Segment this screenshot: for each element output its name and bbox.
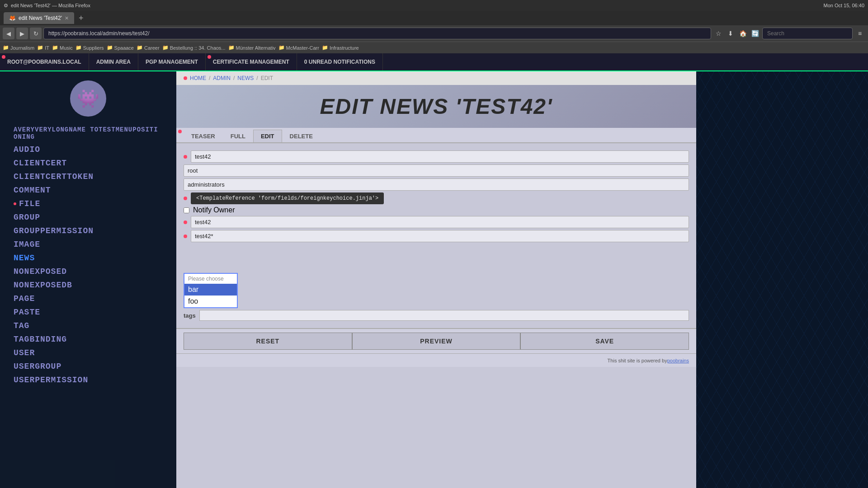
sidebar-menu-item[interactable]: PASTE	[9, 305, 167, 319]
breadcrumb-news[interactable]: NEWS	[237, 75, 254, 81]
bookmark-star-icon[interactable]: ☆	[713, 28, 724, 39]
slug-input[interactable]	[191, 216, 689, 228]
sidebar-menu-item[interactable]: NEWS	[9, 251, 167, 265]
sidebar-menu-item[interactable]: NONEXPOSED	[9, 265, 167, 278]
bookmark-item[interactable]: 📁Spaaace	[107, 45, 134, 51]
bookmark-item[interactable]: 📁Journalism	[3, 45, 34, 51]
sidebar-menu-item[interactable]: USERGROUP	[9, 360, 167, 373]
owner-input[interactable]	[184, 164, 689, 177]
sidebar-menu-item[interactable]: COMMENT	[9, 183, 167, 197]
form-tab-full[interactable]: FULL	[223, 130, 253, 142]
bookmark-label: Suppliers	[83, 45, 104, 51]
tags-input[interactable]	[199, 310, 689, 321]
sidebar-item-label: GROUPPERMISSION	[14, 226, 94, 235]
form-row-dropdown: Please choose bar foo	[184, 273, 689, 308]
admin-nav-item[interactable]: ADMIN AREA	[89, 53, 138, 70]
admin-nav-label: CERTIFICATE MANAGEMENT	[213, 59, 289, 65]
bookmark-item[interactable]: 📁Suppliers	[75, 45, 104, 51]
sidebar-menu-item[interactable]: TAG	[9, 319, 167, 333]
form-content: <TemplateReference 'form/fields/foreignk…	[176, 143, 696, 328]
dropdown-option-bar[interactable]: bar	[184, 284, 237, 296]
bookmark-folder-icon: 📁	[137, 45, 143, 51]
save-button[interactable]: SAVE	[520, 333, 689, 350]
bookmark-item[interactable]: 📁Münster Alternativ	[228, 45, 276, 51]
form-tab-delete[interactable]: DELETE	[282, 130, 321, 142]
dropdown-select[interactable]: Please choose bar foo	[184, 273, 238, 308]
menu-icon[interactable]: ≡	[854, 28, 865, 39]
search-input[interactable]	[762, 28, 853, 39]
group-input[interactable]	[184, 178, 689, 191]
footer-link[interactable]: poobrains	[667, 358, 689, 363]
admin-nav-item[interactable]: 0 UNREAD NOTIFICATIONS	[297, 53, 383, 70]
sidebar-menu: AVERYVERYLONGNAME TOTESTMENUPOSITI ONING…	[0, 124, 176, 387]
form-tab-edit[interactable]: EDIT	[253, 130, 282, 142]
admin-nav-label: ADMIN AREA	[96, 59, 131, 65]
breadcrumb-home[interactable]: HOME	[190, 75, 206, 81]
avatar-face: 👾	[77, 88, 99, 109]
bookmark-item[interactable]: 📁McMaster-Carr	[278, 45, 319, 51]
sync-icon[interactable]: 🔄	[750, 28, 760, 39]
sidebar-menu-item[interactable]: AUDIO	[9, 143, 167, 156]
bookmark-item[interactable]: 📁Career	[137, 45, 160, 51]
sidebar-menu-item[interactable]: AVERYVERYLONGNAME TOTESTMENUPOSITI ONING	[9, 124, 167, 143]
bookmark-label: Spaaace	[114, 45, 134, 51]
sidebar-item-label: TAG	[14, 321, 29, 330]
browser-tab-active[interactable]: 🦊 edit News 'Test42' ✕	[4, 12, 74, 24]
slug2-input[interactable]	[191, 230, 689, 242]
nav-icons: ☆ ⬇ 🏠 🔄	[713, 28, 760, 39]
url-bar[interactable]	[43, 28, 711, 39]
back-button[interactable]: ◀	[3, 28, 14, 39]
sidebar-menu-item[interactable]: CLIENTCERTTOKEN	[9, 170, 167, 183]
admin-nav-label: PGP MANAGEMENT	[146, 59, 198, 65]
form-dot-4	[184, 235, 187, 238]
sidebar-menu-item[interactable]: NONEXPOSEDB	[9, 278, 167, 292]
sidebar-menu-item[interactable]: FILE	[9, 197, 167, 211]
admin-nav-item[interactable]: CERTIFICATE MANAGEMENT	[206, 53, 297, 70]
footer-text: This shit site is powered by	[608, 358, 667, 363]
sidebar-menu-item[interactable]: TAGBINDING	[9, 333, 167, 346]
bookmark-item[interactable]: 📁Bestellung :: 34. Chaos...	[162, 45, 226, 51]
sidebar-menu-item[interactable]: GROUP	[9, 211, 167, 224]
bookmark-label: Infrastructure	[330, 45, 359, 51]
sidebar-menu-item[interactable]: PAGE	[9, 292, 167, 305]
sidebar-item-label: IMAGE	[14, 240, 40, 249]
bookmark-item[interactable]: 📁Music	[52, 45, 73, 51]
form-tab-teaser[interactable]: TEASER	[184, 130, 223, 142]
refresh-button[interactable]: ↻	[30, 28, 42, 39]
notify-owner-checkbox[interactable]	[184, 207, 189, 213]
admin-nav-item[interactable]: ROOT@POOBRAINS.LOCAL	[0, 53, 89, 70]
form-tabs: TEASERFULLEDITDELETE	[176, 128, 696, 143]
sidebar-menu-item[interactable]: CLIENTCERT	[9, 156, 167, 170]
sidebar-menu-item[interactable]: USER	[9, 346, 167, 360]
reset-button[interactable]: RESET	[184, 333, 352, 350]
sidebar-item-dot	[14, 202, 16, 205]
avatar: 👾	[70, 80, 106, 117]
bookmark-folder-icon: 📁	[37, 45, 43, 51]
sidebar-item-label: NONEXPOSED	[14, 267, 67, 276]
bookmark-item[interactable]: 📁Infrastructure	[322, 45, 359, 51]
breadcrumb-admin[interactable]: ADMIN	[213, 75, 231, 81]
download-icon[interactable]: ⬇	[725, 28, 736, 39]
sidebar-menu-item[interactable]: IMAGE	[9, 238, 167, 251]
forward-button[interactable]: ▶	[16, 28, 28, 39]
tab-close-button[interactable]: ✕	[65, 15, 69, 21]
admin-nav-item[interactable]: PGP MANAGEMENT	[138, 53, 206, 70]
form-spacer	[184, 244, 689, 271]
tooltip-box: <TemplateReference 'form/fields/foreignk…	[191, 192, 384, 204]
bookmark-label: Münster Alternativ	[236, 45, 276, 51]
bookmark-item[interactable]: 📁IT	[37, 45, 49, 51]
home-icon[interactable]: 🏠	[737, 28, 748, 39]
sidebar-menu-item[interactable]: GROUPPERMISSION	[9, 224, 167, 238]
dropdown-option-foo[interactable]: foo	[184, 296, 237, 307]
firefox-window: 🦊 edit News 'Test42' ✕ + ◀ ▶ ↻ ☆ ⬇ 🏠 🔄 ≡…	[0, 11, 868, 488]
bookmark-label: IT	[45, 45, 49, 51]
preview-button[interactable]: PREVIEW	[352, 333, 521, 350]
form-row-owner	[184, 164, 689, 177]
admin-nav-dot	[2, 55, 5, 59]
name-input[interactable]	[191, 150, 689, 163]
sidebar-item-label: AUDIO	[14, 145, 40, 154]
sidebar-item-label: USERGROUP	[14, 362, 61, 371]
form-row-slug	[184, 216, 689, 228]
new-tab-button[interactable]: +	[76, 14, 86, 23]
sidebar-menu-item[interactable]: USERPERMISSION	[9, 373, 167, 387]
